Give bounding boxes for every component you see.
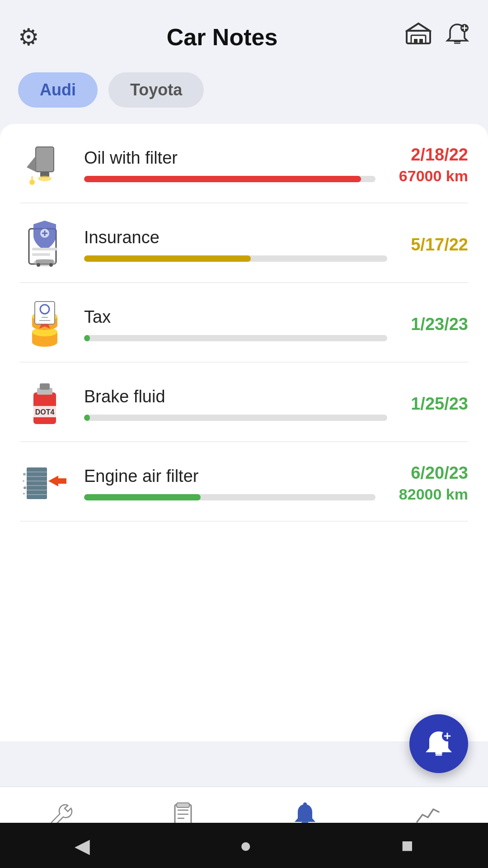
brake-fluid-date: 1/25/23 [411,394,468,414]
svg-marker-51 [48,476,58,486]
insurance-content: Insurance [84,228,387,262]
engine-air-filter-content: Engine air filter [84,467,375,500]
back-button[interactable]: ◀ [75,834,90,857]
insurance-progress-bg [84,255,387,262]
tax-content: Tax [84,307,387,341]
svg-rect-19 [32,248,57,250]
svg-rect-9 [36,147,54,172]
android-nav-bar: ◀ ● ■ [0,823,488,868]
settings-icon[interactable]: ⚙ [18,24,39,51]
add-notification-icon[interactable] [445,22,470,52]
reminder-item[interactable]: DOT4 Brake fluid 1/25/23 [0,363,488,429]
svg-point-47 [23,473,26,476]
oil-content: Oil with filter [84,148,375,182]
tax-date-line1: 1/23/23 [411,315,468,334]
svg-rect-37 [40,383,50,390]
oil-date-line1: 2/18/22 [399,145,468,165]
oil-date: 2/18/22 67000 km [399,145,468,185]
add-reminder-fab[interactable] [409,714,468,773]
oil-progress-bg [84,176,375,182]
svg-point-24 [49,263,53,267]
svg-rect-20 [32,253,50,256]
tax-icon [20,299,70,349]
svg-point-50 [23,493,25,495]
tax-progress-fill [84,335,90,341]
insurance-date-line1: 5/17/22 [411,235,468,255]
app-header: ⚙ Car Notes [0,0,488,63]
app-title: Car Notes [39,24,405,51]
oil-date-line2: 67000 km [399,167,468,185]
brake-fluid-date-line1: 1/25/23 [411,394,468,414]
reminder-item[interactable]: Tax 1/23/23 [0,283,488,349]
tab-toyota[interactable]: Toyota [108,72,204,108]
garage-icon[interactable] [405,22,432,52]
svg-rect-52 [58,478,66,484]
svg-marker-10 [27,156,36,172]
svg-rect-1 [411,35,426,43]
reminder-item[interactable]: Engine air filter 6/20/23 82000 km [0,442,488,508]
insurance-progress-fill [84,255,251,262]
svg-rect-2 [414,39,418,43]
brake-fluid-name: Brake fluid [84,387,387,406]
brake-fluid-progress-bg [84,415,387,421]
engine-air-filter-date: 6/20/23 82000 km [399,463,468,503]
engine-air-filter-date-line2: 82000 km [399,486,468,503]
engine-air-filter-progress-fill [84,494,201,500]
car-tabs: Audi Toyota [0,63,488,124]
engine-air-filter-progress-bg [84,494,375,500]
header-actions [405,22,470,52]
oil-progress-fill [84,176,361,182]
svg-rect-62 [177,803,189,807]
home-button[interactable]: ● [239,834,252,857]
svg-point-23 [37,263,40,267]
recent-button[interactable]: ■ [401,834,413,857]
tax-date: 1/23/23 [411,315,468,334]
insurance-date: 5/17/22 [411,235,468,255]
oil-icon [20,140,70,190]
reminder-item[interactable]: Oil with filter 2/18/22 67000 km [0,124,488,190]
tax-progress-bg [84,335,387,341]
svg-rect-3 [419,39,423,43]
svg-text:DOT4: DOT4 [35,408,55,416]
oil-name: Oil with filter [84,148,375,168]
svg-point-65 [303,802,307,806]
svg-point-48 [23,480,24,482]
brake-fluid-progress-fill [84,415,90,421]
svg-point-12 [38,176,52,181]
brake-fluid-icon: DOT4 [20,379,70,429]
tax-name: Tax [84,307,387,327]
engine-air-filter-name: Engine air filter [84,467,375,486]
tab-audi[interactable]: Audi [18,72,98,108]
svg-point-49 [23,486,26,489]
engine-air-filter-date-line1: 6/20/23 [399,463,468,483]
engine-air-filter-icon [20,458,70,508]
reminder-item[interactable]: Insurance 5/17/22 [0,203,488,269]
insurance-icon [20,220,70,269]
svg-point-13 [29,179,35,185]
brake-fluid-content: Brake fluid [84,387,387,421]
reminder-list: Oil with filter 2/18/22 67000 km [0,124,488,741]
insurance-name: Insurance [84,228,387,247]
